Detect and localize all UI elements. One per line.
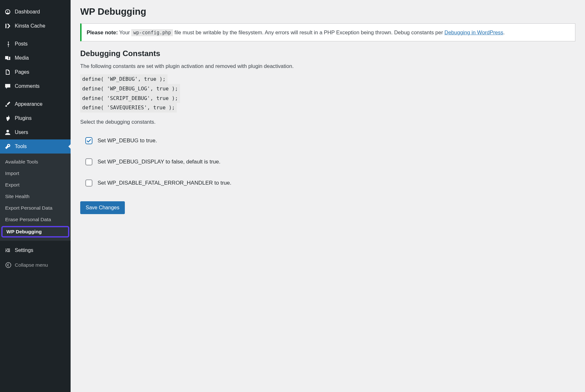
submenu-item-import[interactable]: Import (0, 168, 71, 179)
admin-sidebar: Dashboard Kinsta Cache Posts Media Pages… (0, 0, 71, 392)
submenu-item-available-tools[interactable]: Available Tools (0, 156, 71, 168)
user-icon (4, 129, 12, 136)
sidebar-item-label: Pages (15, 69, 29, 75)
svg-point-2 (6, 263, 11, 268)
checkbox-row-wp-debug-display: Set WP_DEBUG_DISPLAY to false, default i… (80, 151, 575, 172)
section-heading: Debugging Constants (80, 49, 575, 58)
sidebar-item-label: Kinsta Cache (15, 23, 45, 29)
sidebar-item-users[interactable]: Users (0, 125, 71, 139)
brush-icon (4, 100, 12, 108)
menu-separator (0, 33, 71, 37)
code-line: define( 'WP_DEBUG_LOG', true ); (80, 84, 180, 94)
submenu-item-site-health[interactable]: Site Health (0, 191, 71, 202)
pin-icon (4, 40, 12, 48)
page-title: WP Debugging (80, 6, 575, 17)
sidebar-item-comments[interactable]: Comments (0, 79, 71, 93)
sidebar-item-settings[interactable]: Settings (0, 243, 71, 257)
submenu-item-erase-personal-data[interactable]: Erase Personal Data (0, 214, 71, 225)
checkbox-row-wp-debug: Set WP_DEBUG to true. (80, 130, 575, 151)
checkbox-label: Set WP_DISABLE_FATAL_ERROR_HANDLER to tr… (98, 180, 231, 186)
checkbox-input[interactable] (85, 179, 92, 187)
checkbox-row-fatal-error-handler: Set WP_DISABLE_FATAL_ERROR_HANDLER to tr… (80, 172, 575, 194)
checkbox-group: Set WP_DEBUG to true. Set WP_DEBUG_DISPL… (80, 130, 575, 194)
sidebar-item-label: Plugins (15, 115, 31, 121)
notice-strong: Please note: (87, 29, 118, 35)
sidebar-item-tools[interactable]: Tools (0, 139, 71, 154)
sidebar-item-label: Tools (15, 144, 27, 149)
sidebar-item-pages[interactable]: Pages (0, 65, 71, 79)
code-line: define( 'WP_DEBUG', true ); (80, 74, 168, 84)
select-text: Select the debugging constants. (80, 119, 575, 125)
submenu-item-export-personal-data[interactable]: Export Personal Data (0, 202, 71, 214)
sidebar-item-label: Media (15, 55, 29, 61)
sidebar-item-media[interactable]: Media (0, 51, 71, 65)
sidebar-item-label: Posts (15, 41, 28, 47)
svg-point-1 (6, 130, 9, 132)
checkmark-icon (86, 138, 91, 143)
sidebar-item-posts[interactable]: Posts (0, 37, 71, 51)
tools-icon (4, 143, 12, 150)
submenu-item-wp-debugging[interactable]: WP Debugging (1, 226, 69, 238)
comment-icon (4, 82, 12, 90)
notice-code: wp-config.php (131, 29, 173, 36)
kinsta-icon (4, 22, 12, 30)
collapse-menu-button[interactable]: Collapse menu (0, 257, 71, 273)
plugin-icon (4, 114, 12, 122)
code-line: define( 'SAVEQUERIES', true ); (80, 103, 177, 113)
notice-text: Your (118, 29, 131, 35)
sidebar-item-label: Comments (15, 83, 39, 89)
checkbox-label: Set WP_DEBUG_DISPLAY to false, default i… (98, 159, 220, 165)
sidebar-item-kinsta-cache[interactable]: Kinsta Cache (0, 19, 71, 33)
collapse-label: Collapse menu (15, 262, 48, 268)
settings-icon (4, 246, 12, 254)
sidebar-item-label: Appearance (15, 101, 42, 107)
menu-separator (0, 93, 71, 97)
submenu-item-export[interactable]: Export (0, 179, 71, 191)
sidebar-item-label: Users (15, 129, 28, 135)
svg-point-0 (6, 57, 7, 58)
section-description: The following constants are set with plu… (80, 63, 575, 69)
dashboard-icon (4, 8, 12, 16)
sidebar-item-plugins[interactable]: Plugins (0, 111, 71, 125)
notice-link[interactable]: Debugging in WordPress (444, 29, 503, 35)
collapse-icon (4, 261, 12, 269)
sidebar-item-dashboard[interactable]: Dashboard (0, 5, 71, 19)
notice-text: file must be writable by the filesystem.… (173, 29, 444, 35)
notice-box: Please note: Your wp-config.php file mus… (80, 23, 575, 41)
notice-text: . (503, 29, 505, 35)
media-icon (4, 54, 12, 62)
code-line: define( 'SCRIPT_DEBUG', true ); (80, 94, 180, 103)
sidebar-item-label: Settings (15, 247, 33, 253)
sidebar-item-label: Dashboard (15, 9, 40, 15)
page-icon (4, 68, 12, 76)
sidebar-item-appearance[interactable]: Appearance (0, 97, 71, 111)
checkbox-input[interactable] (85, 137, 92, 144)
save-changes-button[interactable]: Save Changes (80, 201, 125, 214)
main-content: WP Debugging Please note: Your wp-config… (71, 0, 585, 392)
checkbox-input[interactable] (85, 158, 92, 165)
checkbox-label: Set WP_DEBUG to true. (98, 138, 157, 144)
code-block: define( 'WP_DEBUG', true ); define( 'WP_… (80, 74, 575, 112)
tools-submenu: Available Tools Import Export Site Healt… (0, 154, 71, 241)
